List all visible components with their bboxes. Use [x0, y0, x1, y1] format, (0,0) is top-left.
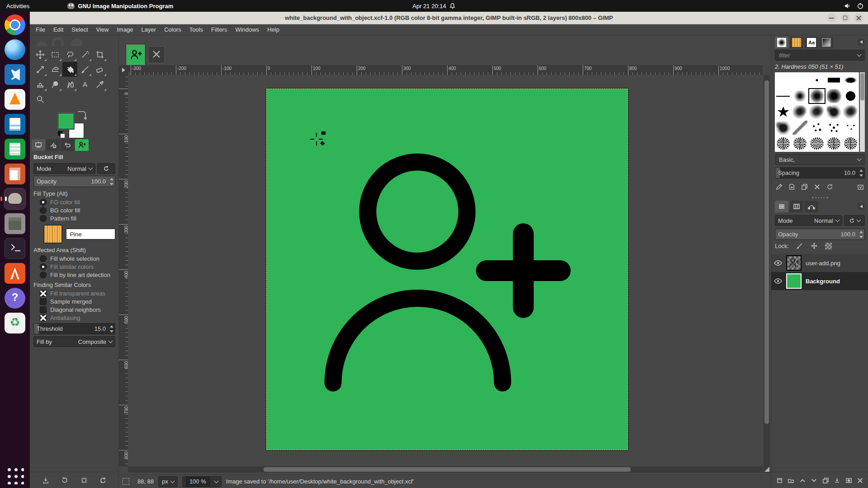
new-layer-group-icon[interactable] [788, 477, 794, 484]
check-diagonal-neighbors[interactable]: Diagonal neighbors [40, 306, 115, 313]
duplicate-layer-icon[interactable] [822, 477, 829, 484]
new-brush-icon[interactable] [788, 183, 795, 190]
menu-view[interactable]: View [92, 25, 113, 34]
paintbrush-tool[interactable] [77, 62, 92, 77]
delete-brush-icon[interactable] [814, 183, 821, 190]
layer-mode-dropdown[interactable]: Mode Normal [775, 215, 842, 226]
layer-thumbnail[interactable] [786, 273, 802, 289]
brush-thumb[interactable] [775, 136, 792, 151]
spinner-arrows-icon[interactable] [110, 325, 113, 333]
duplicate-brush-icon[interactable] [801, 183, 808, 190]
merge-layer-icon[interactable] [834, 477, 840, 484]
writer-launcher-icon[interactable] [5, 114, 25, 135]
menu-layer[interactable]: Layer [137, 25, 160, 34]
restore-preset-icon[interactable] [61, 477, 68, 484]
brush-thumb[interactable] [792, 120, 808, 136]
brush-thumb-selected[interactable] [808, 88, 825, 104]
tab-undo-history[interactable] [61, 139, 74, 151]
bucket-fill-tool[interactable] [62, 62, 77, 77]
recycle-launcher-icon[interactable] [5, 313, 25, 333]
brush-thumb[interactable] [826, 136, 842, 151]
tab-device-status[interactable] [46, 139, 60, 151]
brush-thumb[interactable] [842, 88, 859, 104]
brush-thumb[interactable] [808, 104, 825, 120]
tab-layers[interactable] [775, 201, 788, 212]
menu-edit[interactable]: Edit [49, 25, 67, 34]
close-button[interactable] [854, 13, 863, 23]
reset-tool-icon[interactable] [99, 477, 107, 484]
brush-thumb[interactable] [775, 104, 792, 120]
horizontal-scrollbar[interactable] [128, 466, 763, 473]
menu-filters[interactable]: Filters [207, 25, 231, 34]
swap-colors-icon[interactable] [78, 111, 86, 118]
brush-thumb[interactable] [792, 72, 808, 88]
refresh-brushes-icon[interactable] [826, 183, 833, 190]
dock-resize-grip[interactable] [771, 195, 868, 200]
brush-thumb[interactable] [826, 104, 842, 120]
zoom-dropdown[interactable]: 100 % [182, 476, 222, 487]
brush-thumb[interactable] [792, 136, 808, 151]
affected-whole-selection[interactable]: Fill whole selection [40, 255, 115, 262]
pattern-preview[interactable] [43, 225, 62, 244]
layer-opacity-slider[interactable]: Opacity 100.0 [775, 229, 865, 240]
brush-thumb[interactable] [792, 104, 808, 120]
layer-mode-switch-button[interactable] [844, 215, 865, 226]
paint-mode-dropdown[interactable]: Mode Normal [33, 163, 95, 174]
edit-brush-icon[interactable] [776, 183, 783, 190]
layer-row[interactable]: Background [771, 272, 868, 290]
visibility-eye-icon[interactable] [774, 278, 782, 284]
files-launcher-icon[interactable] [5, 213, 25, 234]
opacity-slider[interactable]: Opacity 100.0 [33, 176, 115, 187]
menu-image[interactable]: Image [113, 25, 137, 34]
rectangle-select-tool[interactable] [47, 47, 62, 62]
crop-tool[interactable] [92, 47, 107, 62]
focused-app-name[interactable]: GNU Image Manipulation Program [67, 3, 173, 9]
brush-thumb[interactable] [808, 136, 825, 151]
free-select-tool[interactable] [62, 47, 77, 62]
fill-type-pattern[interactable]: Pattern fill [40, 215, 115, 222]
scrollbar-thumb[interactable] [764, 80, 769, 424]
foreground-color-swatch[interactable] [58, 113, 74, 129]
quick-mask-toggle[interactable] [123, 478, 129, 485]
tab-brushes[interactable] [775, 37, 788, 48]
restore-button[interactable] [840, 13, 850, 23]
delete-layer-icon[interactable] [857, 477, 863, 484]
spinner-arrows-icon[interactable] [110, 178, 113, 185]
lock-position-icon[interactable] [811, 242, 818, 249]
default-colors-icon[interactable] [58, 131, 62, 136]
warp-transform-tool[interactable] [47, 62, 62, 77]
vscode-launcher-icon[interactable] [5, 64, 25, 85]
check-fill-transparent[interactable]: Fill transparent areas [40, 290, 115, 297]
vlc-launcher-icon[interactable] [5, 89, 25, 110]
brush-thumb[interactable] [842, 136, 859, 151]
brush-filter-input[interactable]: filter [775, 50, 865, 61]
fill-by-dropdown[interactable]: Fill by Composite [33, 336, 115, 347]
menu-select[interactable]: Select [67, 25, 92, 34]
tab-gradients[interactable] [820, 37, 833, 48]
tab-channels[interactable] [790, 201, 803, 212]
brush-thumb[interactable] [842, 120, 859, 136]
fuzzy-select-tool[interactable] [77, 47, 92, 62]
save-preset-icon[interactable] [42, 477, 49, 484]
color-picker-tool[interactable] [92, 77, 107, 92]
layer-name[interactable]: user-add.png [806, 260, 840, 267]
gimp-title-bar[interactable]: white_background_with_object.xcf-1.0 (RG… [30, 12, 868, 24]
fill-type-bg[interactable]: BG color fill [40, 207, 115, 214]
show-applications-button[interactable] [6, 466, 24, 484]
spinner-arrows-icon[interactable] [859, 169, 863, 177]
close-image-tab-button[interactable] [148, 46, 165, 63]
help-launcher-icon[interactable] [5, 288, 25, 309]
brush-grid-scrollbar[interactable] [860, 72, 865, 152]
clock[interactable]: Apr 21 20:14 [412, 3, 455, 9]
browser-launcher-icon[interactable] [5, 39, 25, 60]
pattern-name-field[interactable]: Pine [66, 229, 115, 239]
raise-layer-icon[interactable] [799, 477, 806, 484]
dock-collapse-button[interactable] [858, 39, 864, 45]
delete-preset-icon[interactable] [80, 477, 88, 484]
brush-thumb[interactable] [842, 104, 859, 120]
calc-launcher-icon[interactable] [5, 139, 25, 160]
vertical-ruler[interactable]: 0 100 200 300 400 500 600 700 800 [119, 75, 128, 466]
tab-patterns[interactable] [790, 37, 803, 48]
tab-tool-options[interactable] [32, 139, 45, 151]
threshold-slider[interactable]: Threshold 15.0 [33, 323, 115, 334]
